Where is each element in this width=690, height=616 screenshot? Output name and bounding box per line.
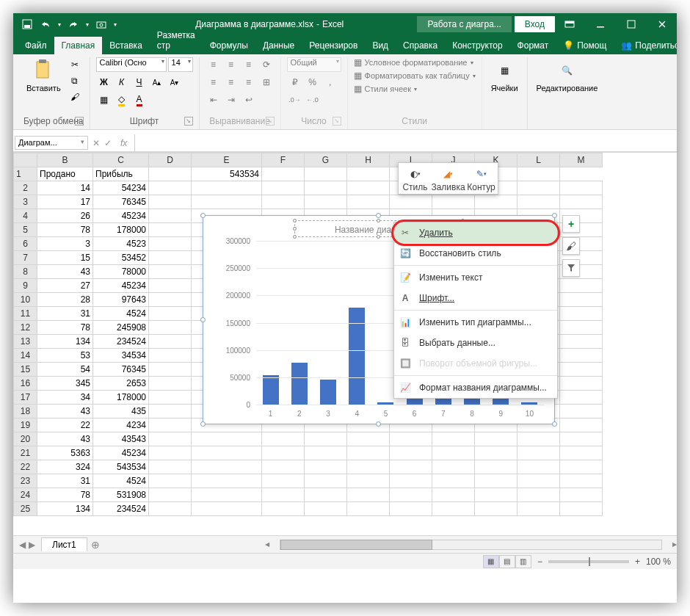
formula-input[interactable]: [135, 134, 677, 151]
row-header[interactable]: 24: [14, 488, 37, 502]
row-header[interactable]: 11: [14, 307, 37, 321]
row-header[interactable]: 20: [14, 432, 37, 446]
painter-icon[interactable]: 🖌: [67, 90, 83, 104]
cells-button[interactable]: ▦Ячейки: [488, 57, 521, 94]
row-header[interactable]: 25: [14, 502, 37, 516]
sheet-prev-icon[interactable]: ◀: [19, 540, 26, 550]
tab-help[interactable]: Справка: [396, 37, 445, 54]
col-header[interactable]: G: [305, 153, 347, 167]
tab-design[interactable]: Конструктор: [445, 37, 509, 54]
undo-icon[interactable]: [37, 16, 54, 32]
row-header[interactable]: 15: [14, 363, 37, 377]
ctx-format-title[interactable]: 📈Формат названия диаграммы...: [394, 377, 557, 398]
ctx-edittext[interactable]: 📝Изменить текст: [394, 267, 557, 288]
bold-button[interactable]: Ж: [96, 75, 112, 90]
ctx-reset[interactable]: 🔄Восстановить стиль: [394, 243, 557, 264]
fill-color-icon[interactable]: ◇: [114, 93, 130, 107]
copy-icon[interactable]: ⧉: [67, 73, 83, 88]
col-header[interactable]: M: [560, 153, 603, 167]
row-header[interactable]: 9: [14, 279, 37, 293]
col-header[interactable]: L: [518, 153, 560, 167]
row-header[interactable]: 14: [14, 349, 37, 363]
number-format-combo[interactable]: Общий: [287, 57, 341, 72]
tab-file[interactable]: Файл: [18, 37, 54, 54]
qat-more-icon[interactable]: ▾: [112, 16, 119, 32]
row-header[interactable]: 4: [14, 209, 37, 223]
paste-button[interactable]: Вставить: [23, 57, 64, 94]
shrink-font-icon[interactable]: A▾: [167, 75, 183, 90]
chart-tools-tab[interactable]: Работа с диагра...: [417, 16, 511, 32]
font-color-icon[interactable]: A: [131, 93, 148, 107]
row-header[interactable]: 5: [14, 223, 37, 237]
row-header[interactable]: 7: [14, 251, 37, 265]
row-header[interactable]: 19: [14, 418, 37, 432]
tab-format[interactable]: Формат: [510, 37, 556, 54]
tab-home[interactable]: Главная: [54, 37, 103, 54]
cancel-icon[interactable]: ✕: [92, 138, 100, 148]
row-header[interactable]: 23: [14, 474, 37, 488]
row-header[interactable]: 2: [14, 181, 37, 195]
font-combo[interactable]: Calibri (Осно: [96, 57, 167, 72]
tell-me[interactable]: 💡 Помощ: [556, 37, 614, 54]
tab-data[interactable]: Данные: [255, 37, 302, 54]
row-header[interactable]: 16: [14, 377, 37, 391]
tab-insert[interactable]: Вставка: [102, 37, 150, 54]
login-button[interactable]: Вход: [515, 16, 555, 32]
tab-view[interactable]: Вид: [365, 37, 396, 54]
launcher-icon[interactable]: ↘: [75, 117, 84, 126]
mini-outline[interactable]: ✎▾Контур: [465, 163, 498, 194]
grow-font-icon[interactable]: A▴: [149, 75, 165, 90]
sheet-next-icon[interactable]: ▶: [29, 540, 35, 550]
chart-bar[interactable]: [291, 363, 308, 405]
ctx-selectdata[interactable]: 🗄Выбрать данные...: [394, 333, 557, 353]
add-sheet-button[interactable]: ⊕: [87, 539, 104, 551]
sheet-tab[interactable]: Лист1: [41, 537, 87, 551]
minimize-icon[interactable]: [586, 13, 615, 35]
chart-bar[interactable]: [263, 375, 279, 405]
row-header[interactable]: 8: [14, 265, 37, 279]
close-icon[interactable]: [647, 13, 677, 35]
camera-icon[interactable]: [93, 16, 109, 32]
row-header[interactable]: 3: [14, 195, 37, 209]
dd-icon[interactable]: ▾: [56, 16, 63, 32]
normal-view-icon[interactable]: ▦: [483, 555, 499, 568]
fx-icon[interactable]: fx: [116, 137, 131, 150]
ribbon-opts-icon[interactable]: [555, 13, 584, 35]
chart-styles-button[interactable]: 🖌: [562, 237, 580, 255]
italic-button[interactable]: К: [114, 75, 130, 90]
dd-icon[interactable]: ▾: [84, 16, 91, 32]
row-header[interactable]: 17: [14, 391, 37, 405]
row-header[interactable]: 22: [14, 460, 37, 474]
zoom-out-button[interactable]: −: [537, 557, 542, 567]
zoom-slider[interactable]: [548, 560, 629, 563]
cut-icon[interactable]: ✂: [67, 57, 83, 72]
tab-layout[interactable]: Разметка стр: [150, 26, 203, 54]
confirm-icon[interactable]: ✓: [104, 138, 112, 148]
redo-icon[interactable]: [65, 16, 81, 32]
horizontal-scrollbar[interactable]: ◀▶: [104, 540, 677, 550]
tab-review[interactable]: Рецензиров: [302, 37, 365, 54]
col-header[interactable]: H: [347, 153, 390, 167]
chart-bar[interactable]: [320, 380, 336, 405]
col-header[interactable]: C: [93, 153, 149, 167]
mini-fill[interactable]: ◢▾Заливка: [432, 163, 465, 194]
chart-elements-button[interactable]: +: [562, 215, 580, 233]
border-icon[interactable]: ▦: [96, 93, 112, 107]
page-layout-icon[interactable]: ▤: [499, 555, 515, 568]
zoom-label[interactable]: 100 %: [646, 557, 671, 567]
underline-button[interactable]: Ч: [131, 75, 148, 90]
row-header[interactable]: 6: [14, 237, 37, 251]
share-button[interactable]: 👥 Поделиться: [614, 37, 677, 54]
ctx-changetype[interactable]: 📊Изменить тип диаграммы...: [394, 312, 557, 333]
row-header[interactable]: 21: [14, 446, 37, 460]
editing-button[interactable]: 🔍Редактирование: [534, 57, 601, 94]
row-header[interactable]: 1: [14, 167, 37, 181]
maximize-icon[interactable]: [617, 13, 646, 35]
row-header[interactable]: 13: [14, 335, 37, 349]
chart-filter-button[interactable]: [562, 259, 580, 277]
fontsize-combo[interactable]: 14: [168, 57, 193, 72]
name-box[interactable]: Диаграм...: [15, 136, 88, 150]
launcher-icon[interactable]: ↘: [184, 117, 193, 126]
row-header[interactable]: 12: [14, 321, 37, 335]
mini-style[interactable]: ◐▾Стиль: [399, 163, 432, 194]
